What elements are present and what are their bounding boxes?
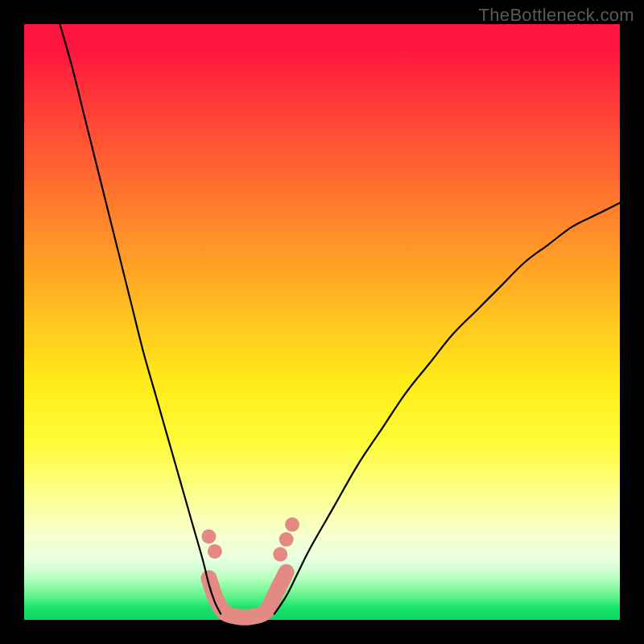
plot-overlay <box>24 24 620 620</box>
left-curve-line <box>60 24 221 614</box>
right-curve-line <box>275 203 620 614</box>
valley-marker-dot <box>208 544 222 559</box>
watermark-text: TheBottleneck.com <box>479 5 634 26</box>
valley-marker-dot <box>201 529 216 543</box>
plot-area <box>24 24 620 620</box>
valley-marker-dot <box>285 518 299 532</box>
valley-marker-dot <box>279 532 294 547</box>
valley-floor-line <box>208 572 286 617</box>
valley-marker-dot <box>273 547 287 562</box>
chart-frame: TheBottleneck.com <box>0 0 644 644</box>
